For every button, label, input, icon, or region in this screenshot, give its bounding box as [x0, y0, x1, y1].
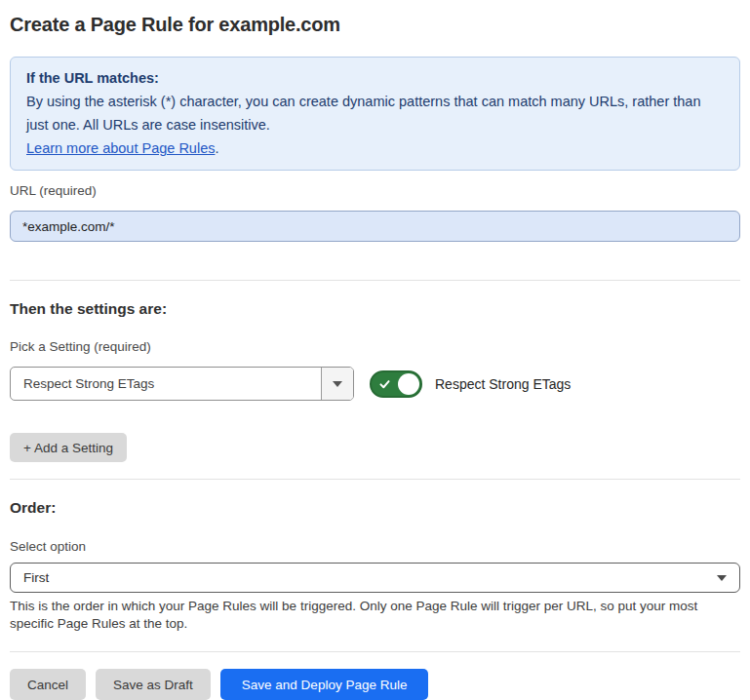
- url-match-info-box: If the URL matches: By using the asteris…: [10, 57, 740, 171]
- section-divider: [10, 280, 740, 281]
- setting-dropdown[interactable]: Respect Strong ETags: [10, 367, 354, 401]
- info-box-heading: If the URL matches:: [26, 66, 724, 90]
- order-help-text: This is the order in which your Page Rul…: [10, 598, 740, 632]
- info-box-body: By using the asterisk (*) character, you…: [26, 90, 724, 136]
- footer-divider: [10, 651, 740, 652]
- link-period: .: [215, 140, 218, 156]
- url-label: URL (required): [10, 183, 740, 199]
- save-deploy-button[interactable]: Save and Deploy Page Rule: [220, 669, 429, 700]
- setting-dropdown-value: Respect Strong ETags: [11, 368, 321, 400]
- save-draft-button[interactable]: Save as Draft: [96, 669, 211, 700]
- learn-more-link[interactable]: Learn more about Page Rules: [26, 140, 215, 156]
- order-select-value: First: [23, 570, 49, 585]
- section-divider: [10, 479, 740, 480]
- order-select[interactable]: First: [10, 563, 740, 593]
- order-heading: Order:: [10, 498, 740, 517]
- footer-actions: Cancel Save as Draft Save and Deploy Pag…: [10, 669, 740, 700]
- etags-toggle-label: Respect Strong ETags: [435, 376, 571, 392]
- chevron-down-icon: [717, 575, 727, 581]
- add-setting-button[interactable]: + Add a Setting: [10, 433, 127, 462]
- etags-toggle-group: Respect Strong ETags: [370, 370, 571, 398]
- create-page-rule-form: Create a Page Rule for example.com If th…: [0, 0, 750, 700]
- url-input[interactable]: [10, 211, 740, 242]
- pick-setting-label: Pick a Setting (required): [10, 339, 740, 355]
- etags-toggle-switch[interactable]: [370, 370, 422, 398]
- toggle-knob[interactable]: [398, 373, 419, 395]
- check-icon: [378, 377, 391, 390]
- settings-heading: Then the settings are:: [10, 299, 740, 318]
- cancel-button[interactable]: Cancel: [10, 669, 86, 700]
- info-box-link-row: Learn more about Page Rules.: [26, 136, 724, 160]
- select-option-label: Select option: [10, 539, 740, 555]
- page-title: Create a Page Rule for example.com: [10, 12, 740, 37]
- chevron-down-icon: [333, 381, 342, 387]
- dropdown-arrow-button[interactable]: [321, 368, 353, 400]
- setting-row: Respect Strong ETags Respect Strong ETag…: [10, 367, 740, 401]
